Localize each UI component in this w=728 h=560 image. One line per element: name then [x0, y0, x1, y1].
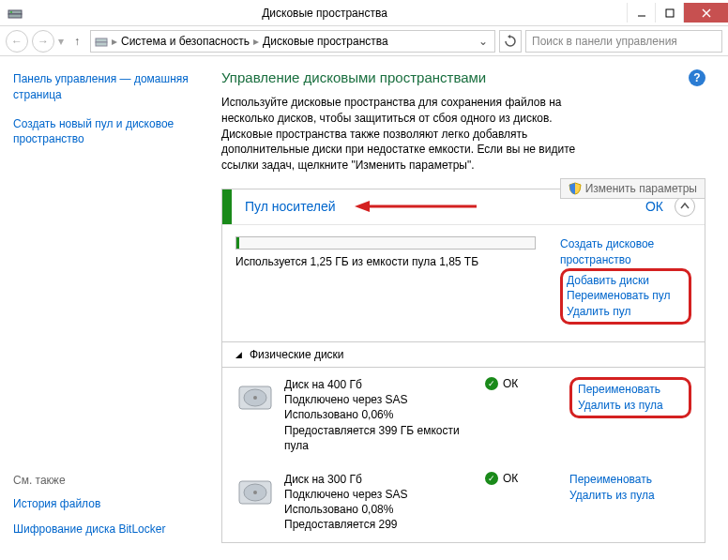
annotation-highlight: Добавить диски Переименовать пул Удалить… — [560, 268, 691, 325]
ok-badge-icon: ✓ — [485, 377, 498, 390]
pool-actions: Создать дисковое пространство Добавить д… — [560, 236, 691, 325]
maximize-button[interactable] — [655, 3, 683, 23]
search-input[interactable]: Поиск в панели управления — [525, 30, 722, 53]
pool-usage-text: Используется 1,25 ГБ из емкости пула 1,8… — [235, 255, 560, 268]
page-title: Управление дисковыми пространствами — [221, 69, 705, 85]
svg-point-12 — [253, 396, 257, 400]
disk-row: Диск на 400 Гб Подключено через SAS Испо… — [222, 368, 705, 462]
breadcrumb-level2[interactable]: Дисковые пространства — [263, 35, 388, 48]
svg-point-15 — [253, 491, 257, 494]
ok-badge-icon: ✓ — [485, 472, 498, 485]
rename-disk-link[interactable]: Переименовать — [569, 472, 691, 488]
sidebar-home-link[interactable]: Панель управления — домашняя страница — [13, 71, 193, 103]
expand-triangle-icon: ◢ — [235, 350, 242, 359]
annotation-arrow — [355, 200, 486, 213]
physical-disks-header[interactable]: ◢ Физические диски — [222, 341, 705, 368]
window-title: Дисковые пространства — [23, 7, 627, 20]
annotation-highlight: Переименовать Удалить из пула — [569, 377, 691, 418]
sidebar-bitlocker-link[interactable]: Шифрование диска BitLocker — [13, 522, 193, 537]
search-placeholder: Поиск в панели управления — [532, 35, 677, 48]
pool-section: Пул носителей ОК Используется 1,25 ГБ из… — [221, 189, 705, 543]
pool-title[interactable]: Пул носителей — [245, 199, 336, 214]
collapse-button[interactable] — [675, 196, 695, 217]
back-button[interactable]: ← — [6, 30, 28, 53]
hard-drive-icon — [235, 472, 275, 511]
disk-status-text: ОК — [503, 377, 518, 390]
change-parameters-button[interactable]: Изменить параметры — [560, 178, 705, 199]
disk-actions: Переименовать Удалить из пула — [569, 377, 691, 453]
breadcrumb[interactable]: ▸ Система и безопасность ▸ Дисковые прос… — [90, 30, 495, 53]
disk-used: Использовано 0,06% — [284, 407, 476, 422]
recent-dropdown-icon[interactable]: ▾ — [58, 35, 64, 48]
pool-usage-bar — [235, 236, 536, 250]
breadcrumb-level1[interactable]: Система и безопасность — [121, 35, 250, 48]
disk-name: Диск на 300 Гб — [284, 472, 476, 487]
change-parameters-label: Изменить параметры — [585, 182, 697, 195]
svg-point-2 — [10, 11, 12, 13]
pool-status-bar — [222, 189, 232, 224]
disk-name: Диск на 400 Гб — [284, 377, 476, 392]
svg-rect-4 — [666, 9, 674, 17]
main-content: ? Управление дисковыми пространствами Ис… — [206, 56, 728, 560]
remove-disk-link[interactable]: Удалить из пула — [578, 398, 683, 414]
disk-actions: Переименовать Удалить из пула — [569, 472, 691, 533]
sidebar: Панель управления — домашняя страница Со… — [0, 56, 206, 560]
disk-connection: Подключено через SAS — [284, 487, 476, 502]
disk-info: Диск на 300 Гб Подключено через SAS Испо… — [284, 472, 476, 533]
chevron-right-icon: ▸ — [112, 35, 117, 48]
minimize-button[interactable] — [627, 3, 655, 23]
shield-icon — [569, 182, 582, 195]
breadcrumb-dropdown-icon[interactable]: ⌄ — [476, 35, 491, 48]
window-controls — [627, 3, 728, 23]
disk-status: ✓ ОК — [485, 472, 560, 533]
disk-status: ✓ ОК — [485, 377, 560, 453]
disk-status-text: ОК — [503, 472, 518, 485]
svg-rect-8 — [96, 42, 107, 46]
page-description: Используйте дисковые пространства для со… — [221, 95, 578, 174]
titlebar: Дисковые пространства — [0, 0, 728, 26]
svg-rect-7 — [96, 38, 107, 42]
up-button[interactable]: ↑ — [68, 32, 86, 51]
close-button[interactable] — [683, 3, 728, 23]
pool-status-text: ОК — [645, 199, 663, 214]
delete-pool-link[interactable]: Удалить пул — [567, 304, 685, 320]
hard-drive-icon — [235, 377, 275, 416]
refresh-button[interactable] — [499, 30, 522, 53]
rename-pool-link[interactable]: Переименовать пул — [567, 288, 685, 304]
disk-provides: Предоставляется 299 — [284, 517, 476, 532]
disk-connection: Подключено через SAS — [284, 392, 476, 407]
disk-row: Диск на 300 Гб Подключено через SAS Испо… — [222, 462, 705, 542]
navbar: ← → ▾ ↑ ▸ Система и безопасность ▸ Диско… — [0, 26, 728, 56]
disk-provides: Предоставляется 399 ГБ емкости пула — [284, 423, 476, 453]
disk-info: Диск на 400 Гб Подключено через SAS Испо… — [284, 377, 476, 453]
create-space-link[interactable]: Создать дисковое пространство — [560, 236, 691, 268]
rename-disk-link[interactable]: Переименовать — [578, 382, 683, 398]
physical-disks-label: Физические диски — [250, 348, 344, 361]
forward-button[interactable]: → — [32, 30, 54, 53]
remove-disk-link[interactable]: Удалить из пула — [569, 488, 691, 504]
sidebar-file-history-link[interactable]: История файлов — [13, 496, 193, 512]
chevron-right-icon: ▸ — [253, 35, 259, 48]
drives-icon — [95, 35, 108, 48]
svg-rect-1 — [8, 14, 22, 18]
help-icon[interactable]: ? — [689, 69, 705, 86]
sidebar-create-pool-link[interactable]: Создать новый пул и дисковое пространств… — [13, 116, 193, 148]
app-icon — [8, 6, 23, 21]
add-disks-link[interactable]: Добавить диски — [567, 273, 685, 289]
disk-used: Использовано 0,08% — [284, 502, 476, 517]
see-also-heading: См. также — [13, 474, 193, 487]
